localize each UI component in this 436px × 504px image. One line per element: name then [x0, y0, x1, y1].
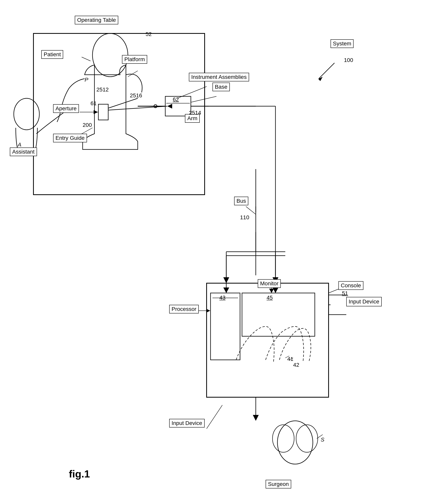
platform-label: Platform — [122, 55, 147, 64]
svg-line-57 — [207, 405, 222, 429]
assistant-label: Assistant — [10, 147, 37, 156]
patient-label: Patient — [41, 50, 63, 59]
svg-line-49 — [177, 87, 207, 98]
svg-rect-20 — [211, 293, 240, 360]
svg-point-23 — [278, 421, 313, 464]
svg-marker-47 — [94, 110, 98, 114]
svg-marker-40 — [272, 288, 278, 293]
monitor-label: Monitor — [258, 279, 281, 288]
num-a: A — [18, 142, 21, 148]
num-100: 100 — [344, 57, 353, 63]
console-label: Console — [338, 281, 363, 290]
svg-point-24 — [272, 425, 294, 452]
aperture-label: Aperture — [53, 104, 79, 113]
svg-rect-3 — [98, 104, 108, 120]
num-51: 51 — [342, 290, 348, 297]
svg-marker-33 — [206, 309, 210, 313]
processor-label: Processor — [169, 305, 199, 314]
num-2516: 2516 — [130, 92, 142, 99]
svg-marker-41 — [223, 288, 229, 293]
fig-label: fig.1 — [69, 468, 90, 480]
input-device-bottom-label: Input Device — [169, 419, 205, 428]
num-p: P — [85, 77, 88, 83]
svg-line-52 — [329, 289, 338, 293]
svg-line-51 — [246, 207, 256, 214]
num-52: 52 — [146, 31, 152, 37]
svg-marker-54 — [269, 289, 274, 293]
svg-marker-31 — [253, 415, 259, 421]
instrument-assemblies-label: Instrument Assemblies — [189, 73, 249, 81]
operating-table-label: Operating Table — [75, 16, 118, 24]
num-2514: 2514 — [189, 110, 201, 116]
svg-line-50 — [191, 96, 216, 102]
diagram: Operating Table System Patient Platform … — [0, 0, 436, 504]
num-43: 43 — [219, 295, 225, 301]
svg-line-42 — [319, 63, 334, 79]
num-42: 42 — [293, 362, 299, 368]
num-41: 41 — [287, 356, 293, 362]
svg-line-55 — [82, 57, 91, 61]
svg-marker-43 — [318, 77, 323, 81]
svg-line-5 — [108, 106, 167, 110]
system-label: System — [331, 39, 353, 48]
surgeon-label: Surgeon — [266, 480, 291, 488]
num-62: 62 — [173, 96, 179, 103]
svg-point-2 — [14, 98, 39, 130]
num-200: 200 — [83, 122, 92, 128]
base-label: Base — [213, 83, 230, 91]
svg-line-4 — [108, 98, 138, 108]
bus-label: Bus — [234, 197, 248, 205]
num-s: S — [321, 437, 325, 443]
num-2512: 2512 — [96, 87, 109, 93]
num-110: 110 — [240, 214, 249, 221]
input-device-top-label: Input Device — [346, 297, 382, 306]
svg-marker-45 — [167, 104, 172, 108]
svg-point-25 — [296, 425, 318, 452]
svg-rect-19 — [242, 293, 315, 336]
num-45: 45 — [267, 295, 273, 301]
entry-guide-label: Entry Guide — [53, 134, 87, 142]
num-61: 61 — [91, 100, 97, 107]
